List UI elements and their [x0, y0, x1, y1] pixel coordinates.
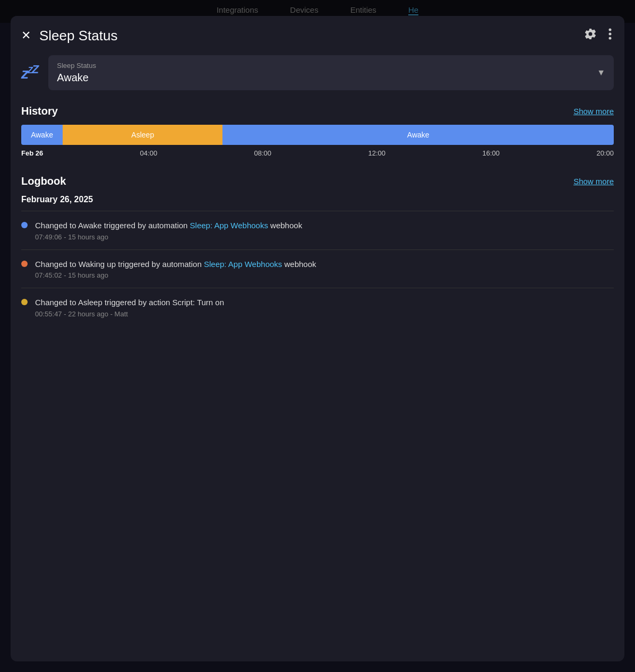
- entry-time: 07:49:06 - 15 hours ago: [35, 233, 614, 241]
- entry-text: Changed to Waking up triggered by automa…: [35, 259, 614, 271]
- chevron-down-icon: ▼: [597, 68, 605, 77]
- logbook-show-more-button[interactable]: Show more: [573, 177, 614, 186]
- entry-text-after: webhook: [268, 221, 302, 230]
- close-button[interactable]: ✕: [21, 30, 31, 41]
- settings-button[interactable]: [582, 25, 599, 46]
- gear-icon: [584, 28, 597, 40]
- entry-text-before: Changed to Awake triggered by automation: [35, 221, 190, 230]
- entry-time: 00:55:47 - 22 hours ago - Matt: [35, 310, 614, 318]
- entry-link[interactable]: Sleep: App Webhooks: [190, 221, 268, 230]
- history-section-header: History Show more: [21, 105, 614, 117]
- panel-title: Sleep Status: [39, 28, 582, 44]
- header-icons: [582, 25, 614, 46]
- panel-header: ✕ Sleep Status: [11, 16, 624, 55]
- logbook-entry: Changed to Awake triggered by automation…: [21, 211, 614, 249]
- sleep-status-panel: ✕ Sleep Status zZZ Sleep Status: [11, 16, 624, 661]
- entry-text: Changed to Awake triggered by automation…: [35, 220, 614, 232]
- timeline-segment-asleep: Asleep: [63, 125, 222, 145]
- timeline-labels: Feb 26 04:00 08:00 12:00 16:00 20:00: [21, 149, 614, 159]
- logbook-entry: Changed to Waking up triggered by automa…: [21, 249, 614, 288]
- vertical-dots-icon: [608, 28, 612, 40]
- history-show-more-button[interactable]: Show more: [573, 107, 614, 116]
- entry-content: Changed to Awake triggered by automation…: [35, 220, 614, 241]
- timeline-label-0400: 04:00: [140, 149, 158, 157]
- entry-dot-yellow: [21, 299, 28, 305]
- entity-dropdown[interactable]: Sleep Status Awake ▼: [48, 55, 614, 90]
- logbook-entry: Changed to Asleep triggered by action Sc…: [21, 288, 614, 326]
- entry-text-before: Changed to Asleep triggered by action Sc…: [35, 298, 224, 307]
- svg-point-1: [609, 33, 612, 36]
- logbook-title: Logbook: [21, 175, 66, 187]
- panel-content: zZZ Sleep Status Awake ▼ History Show mo…: [11, 55, 624, 661]
- history-section: History Show more Awake Asleep Awake Feb…: [21, 105, 614, 159]
- timeline-segment-awake-end: Awake: [222, 125, 614, 145]
- entry-link[interactable]: Sleep: App Webhooks: [204, 260, 282, 269]
- timeline-label-1200: 12:00: [368, 149, 386, 157]
- svg-point-2: [609, 37, 612, 40]
- timeline-bar: Awake Asleep Awake: [21, 125, 614, 145]
- timeline-label-0800: 08:00: [254, 149, 272, 157]
- logbook-date-heading: February 26, 2025: [21, 195, 614, 204]
- entity-value: Awake: [57, 72, 605, 84]
- timeline-segment-awake-start: Awake: [21, 125, 63, 145]
- timeline-label-feb26: Feb 26: [21, 149, 43, 157]
- logbook-section: Logbook Show more February 26, 2025 Chan…: [21, 175, 614, 326]
- entry-time: 07:45:02 - 15 hours ago: [35, 271, 614, 279]
- history-title: History: [21, 105, 58, 117]
- svg-point-0: [609, 29, 612, 31]
- entity-label: Sleep Status: [57, 62, 605, 70]
- timeline-label-1600: 16:00: [482, 149, 500, 157]
- logbook-section-header: Logbook Show more: [21, 175, 614, 187]
- entity-row: zZZ Sleep Status Awake ▼: [21, 55, 614, 90]
- entry-content: Changed to Asleep triggered by action Sc…: [35, 297, 614, 318]
- entry-text-before: Changed to Waking up triggered by automa…: [35, 260, 204, 269]
- entry-dot-orange: [21, 261, 28, 267]
- sleep-icon: zZZ: [21, 63, 38, 82]
- entry-text-after: webhook: [282, 260, 316, 269]
- timeline-label-2000: 20:00: [596, 149, 614, 157]
- entry-dot-blue: [21, 222, 28, 228]
- logbook-content: February 26, 2025 Changed to Awake trigg…: [21, 195, 614, 326]
- entry-content: Changed to Waking up triggered by automa…: [35, 259, 614, 280]
- entry-text: Changed to Asleep triggered by action Sc…: [35, 297, 614, 309]
- more-options-button[interactable]: [606, 25, 614, 46]
